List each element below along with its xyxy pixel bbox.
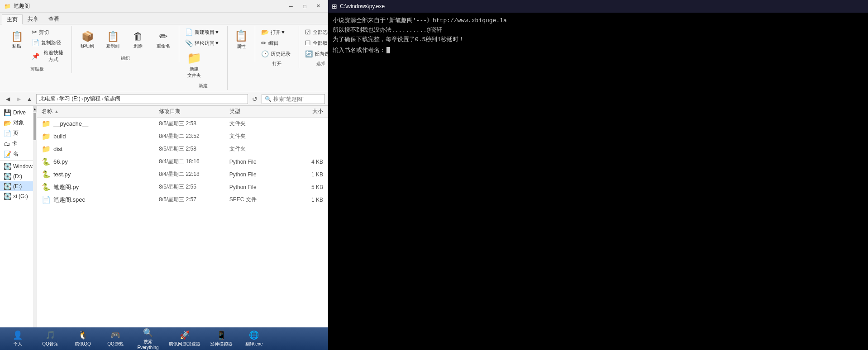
taskbar-label-qqgames: QQ游戏 [107,341,124,347]
easy-access-button[interactable]: 📎 轻松访问▼ [183,38,224,48]
open-button[interactable]: 📂 打开▼ [259,27,295,37]
ribbon-content: 📋 粘贴 ✂ 剪切 📄 复制路径 📌 [0,24,328,92]
delete-button[interactable]: 🗑 删除 [126,27,150,52]
back-button[interactable]: ◀ [3,94,13,104]
sidebar-item-objects[interactable]: 📂 对象 [0,118,33,128]
history-button[interactable]: 🕐 历史记录 [259,49,295,59]
file-row-build[interactable]: 📁 build 8/4/星期二 23:52 文件夹 [37,130,328,143]
new-folder-icon: 📁 [187,51,201,65]
cmd-content[interactable]: 小说资源全部来自于'新笔趣阁'---》http://www.xbiquge.la… [328,13,868,350]
sidebar-item-d[interactable]: 💽 (D:) [0,171,33,181]
sidebar-scrollbar[interactable]: ▲ ▼ [33,106,37,340]
translate-icon: 🌐 [249,330,259,340]
address-bar: ◀ ▶ ▲ 此电脑 › 学习 (E:) › py编程 › 笔趣阁 ↺ 🔍 [0,92,328,106]
ribbon-group-new: 📄 新建项目▼ 📎 轻松访问▼ 📁 新建 文件夹 新建 [179,26,228,90]
file-date-biqugespec: 8/5/星期三 2:57 [159,196,229,203]
close-button[interactable]: ✕ [312,2,324,11]
taskbar-item-gameacc[interactable]: 🚀 腾讯网游加速器 [165,329,205,348]
edit-button[interactable]: ✏ 编辑 [259,38,295,48]
scroll-thumb[interactable] [33,113,36,140]
properties-label: 属性 [237,43,246,50]
maximize-button[interactable]: □ [299,2,310,11]
taskbar: 👤 个人 🎵 QQ音乐 🐧 腾讯QQ 🎮 QQ游戏 🔍 搜索 Everythin… [0,327,328,350]
taskbar-item-personal[interactable]: 👤 个人 [2,329,33,348]
organize-group-label: 组织 [121,53,130,61]
up-button[interactable]: ▲ [24,94,34,104]
path-item-folder1: py编程 [84,95,101,103]
search-icon: 🔍 [265,96,272,102]
new-item-button[interactable]: 📄 新建项目▼ [183,27,224,37]
file-type-testpy: Python File [229,171,286,178]
file-name-biqugepy: 🐍 笔趣阁.py [42,183,159,191]
sidebar-item-c[interactable]: 💽 Windows (C:) [0,161,33,171]
sidebar-item-card[interactable]: 🗂 卡 [0,138,33,149]
file-row-pycache[interactable]: 📁 __pycache__ 8/5/星期三 2:58 文件夹 [37,118,328,130]
taskbar-item-emulator[interactable]: 📱 发神模拟器 [205,329,237,348]
new-item-icon: 📄 [185,28,193,36]
cmd-title-bar: ⊞ C:\windows\py.exe [328,0,868,13]
easy-access-label: 轻松访问▼ [195,40,219,47]
paste-button[interactable]: 📋 粘贴 [6,27,28,52]
file-type-biqugespec: SPEC 文件 [229,196,286,203]
python-icon-testpy: 🐍 [42,170,51,179]
sidebar-item-e[interactable]: 💽 (E:) [0,181,33,191]
file-row-testpy[interactable]: 🐍 test.py 8/4/星期二 22:18 Python File 1 KB [37,168,328,181]
file-list-header: 名称 ▲ 修改日期 类型 大小 [37,106,328,118]
copy-path-label: 复制路径 [41,39,61,46]
refresh-button[interactable]: ↺ [250,94,260,104]
properties-button[interactable]: 📋 属性 [231,27,251,52]
taskbar-item-qqmusic[interactable]: 🎵 QQ音乐 [34,329,66,348]
taskbar-item-translate[interactable]: 🌐 翻译.exe [238,329,270,348]
cmd-cursor [386,47,390,53]
deselect-icon: ☐ [305,39,311,47]
scroll-up-button[interactable]: ▲ [33,106,37,112]
paste-shortcut-button[interactable]: 📌 粘贴快捷方式 [29,48,68,64]
select-group-label: 选择 [316,59,325,67]
file-size-testpy: 1 KB [286,171,323,178]
taskbar-label-qqmusic: QQ音乐 [42,341,58,347]
file-row-biqugespec[interactable]: 📄 笔趣阁.spec 8/5/星期三 2:57 SPEC 文件 1 KB [37,194,328,206]
paste-shortcut-label: 粘贴快捷方式 [41,49,66,63]
sidebar: 💾 Drive 📂 对象 📄 页 🗂 卡 📝 名 [0,106,33,340]
file-date-biqugepy: 8/5/星期三 2:55 [159,183,229,191]
address-path[interactable]: 此电脑 › 学习 (E:) › py编程 › 笔趣阁 [36,94,248,104]
file-row-dist[interactable]: 📁 dist 8/5/星期三 2:58 文件夹 [37,143,328,156]
tab-view[interactable]: 查看 [43,14,64,24]
copy-button[interactable]: 📋 复制到 [101,27,124,52]
move-button[interactable]: 📦 移动到 [76,27,99,52]
col-header-size[interactable]: 大小 [286,108,323,115]
taskbar-item-qqgames[interactable]: 🎮 QQ游戏 [100,329,131,348]
taskbar-item-everything[interactable]: 🔍 搜索 Everything [132,329,164,348]
col-header-date[interactable]: 修改日期 [159,108,229,115]
copy-path-button[interactable]: 📄 复制路径 [29,38,68,47]
ribbon-tabs: 主页 共享 查看 [0,13,328,24]
file-name-dist: 📁 dist [42,145,159,153]
sidebar-item-page[interactable]: 📄 页 [0,128,33,138]
search-input[interactable] [273,96,322,102]
taskbar-item-tencentqq[interactable]: 🐧 腾讯QQ [67,329,99,348]
col-header-name[interactable]: 名称 ▲ [42,108,159,115]
col-header-type[interactable]: 类型 [229,108,286,115]
cut-button[interactable]: ✂ 剪切 [29,27,68,37]
window-controls: ─ □ ✕ [285,2,324,11]
tab-share[interactable]: 共享 [23,14,43,24]
paste-shortcut-icon: 📌 [32,52,39,60]
file-date-66py: 8/4/星期二 18:16 [159,158,229,166]
forward-button[interactable]: ▶ [14,94,24,104]
file-row-biqugepy[interactable]: 🐍 笔趣阁.py 8/5/星期三 2:55 Python File 5 KB [37,181,328,194]
gameacc-icon: 🚀 [180,330,190,340]
rename-label: 重命名 [157,43,170,49]
rename-button[interactable]: ✏ 重命名 [152,27,175,52]
file-type-build: 文件夹 [229,132,286,140]
taskbar-label-personal: 个人 [13,341,22,347]
sidebar-item-name[interactable]: 📝 名 [0,149,33,159]
personal-icon: 👤 [13,330,23,340]
minimize-button[interactable]: ─ [285,2,297,11]
sidebar-item-drive[interactable]: 💾 Drive [0,108,33,118]
new-folder-button[interactable]: 📁 新建 文件夹 [183,49,205,81]
file-row-66py[interactable]: 🐍 66.py 8/4/星期二 18:16 Python File 4 KB [37,156,328,168]
tab-home[interactable]: 主页 [2,14,23,24]
ribbon: 主页 共享 查看 📋 粘贴 ✂ 剪切 [0,13,328,92]
spec-icon-biqugespec: 📄 [42,195,51,204]
sidebar-item-g[interactable]: 💽 xi (G:) [0,191,33,201]
